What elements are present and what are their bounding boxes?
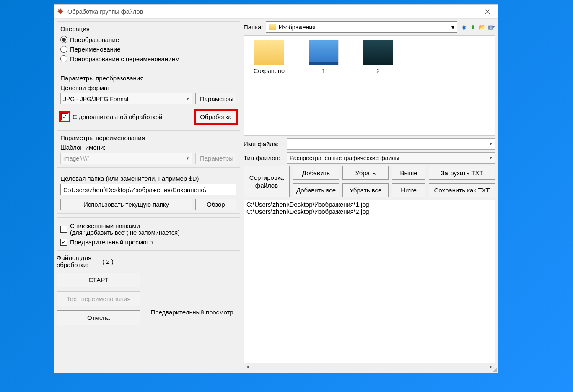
conversion-group: Параметры преобразования Целевой формат:… xyxy=(57,71,240,127)
add-all-button[interactable]: Добавить все xyxy=(293,183,339,197)
titlebar: Обработка группы файлов xyxy=(54,5,498,19)
image-thumbnail xyxy=(309,40,339,65)
browser-item-image[interactable]: 2 xyxy=(361,40,395,131)
view-icon[interactable]: ▦▾ xyxy=(487,23,495,31)
list-buttons: Сортировка файлов Добавить Убрать Выше З… xyxy=(244,166,495,197)
window-title: Обработка группы файлов xyxy=(67,8,143,15)
advanced-processing-label: С дополнительной обработкой xyxy=(73,113,192,120)
cancel-button[interactable]: Отмена xyxy=(57,310,140,325)
use-current-folder-button[interactable]: Использовать текущую папку xyxy=(60,199,192,210)
files-count: ( 2 ) xyxy=(102,258,114,265)
filetype-combo[interactable]: Распространённые графические файлы ▾ xyxy=(287,152,495,164)
chevron-down-icon: ▾ xyxy=(490,141,492,147)
sort-files-button[interactable]: Сортировка файлов xyxy=(244,166,290,197)
scroll-left-icon[interactable]: ◂ xyxy=(244,363,251,370)
move-up-button[interactable]: Выше xyxy=(392,166,425,180)
remove-all-button[interactable]: Убрать все xyxy=(342,183,389,197)
advanced-processing-checkbox[interactable]: ✓ xyxy=(60,112,69,121)
file-browser[interactable]: Сохранено 1 2 xyxy=(244,35,495,136)
name-template-combo: image### ▾ xyxy=(60,153,192,164)
format-params-button[interactable]: Параметры xyxy=(195,93,236,104)
load-txt-button[interactable]: Загрузить TXT xyxy=(429,166,495,180)
processing-button[interactable]: Обработка xyxy=(195,110,236,123)
browse-button[interactable]: Обзор xyxy=(195,199,236,210)
folder-selector-row: Папка: Изображения ▾ ◉ ⬆ 📂 ▦▾ xyxy=(244,21,495,33)
remove-button[interactable]: Убрать xyxy=(342,166,389,180)
list-item[interactable]: C:\Users\zheni\Desktop\Изображения\2.jpg xyxy=(246,208,492,215)
operation-legend: Операция xyxy=(60,25,236,32)
resize-grip[interactable] xyxy=(492,367,497,372)
close-button[interactable] xyxy=(480,6,495,18)
start-button[interactable]: СТАРТ xyxy=(57,273,140,287)
options-group: С вложенными папками (для "Добавить все"… xyxy=(57,217,240,251)
chevron-down-icon: ▾ xyxy=(187,96,189,101)
rename-params-button: Параметры xyxy=(195,153,236,164)
app-icon xyxy=(57,8,64,16)
rename-group: Параметры переименования Шаблон имени: i… xyxy=(57,130,240,168)
chevron-down-icon: ▾ xyxy=(187,156,189,161)
chevron-down-icon: ▾ xyxy=(451,24,454,31)
files-for-label: Файлов для обработки: xyxy=(57,254,96,268)
up-icon[interactable]: ⬆ xyxy=(469,23,477,31)
open-icon[interactable]: 📂 xyxy=(478,23,486,31)
image-thumbnail xyxy=(363,40,393,65)
subfolders-checkbox[interactable]: С вложенными папками (для "Добавить все"… xyxy=(60,221,236,237)
folder-combo[interactable]: Изображения ▾ xyxy=(266,21,457,33)
radio-rename[interactable]: Переименование xyxy=(60,44,236,54)
target-folder-label: Целевая папка (или заменители, например … xyxy=(60,175,236,182)
test-rename-button: Тест переименования xyxy=(57,291,140,306)
rename-legend: Параметры переименования xyxy=(60,134,236,141)
add-button[interactable]: Добавить xyxy=(293,166,339,180)
filename-label: Имя файла: xyxy=(244,140,283,148)
file-list[interactable]: C:\Users\zheni\Desktop\Изображения\1.jpg… xyxy=(244,200,495,370)
filename-combo[interactable]: ▾ xyxy=(287,138,495,150)
browser-item-folder[interactable]: Сохранено xyxy=(252,40,286,131)
preview-area: Предварительный просмотр xyxy=(144,254,240,370)
browser-item-image[interactable]: 1 xyxy=(307,40,340,131)
chevron-down-icon: ▾ xyxy=(490,155,492,161)
target-format-combo[interactable]: JPG - JPG/JPEG Format ▾ xyxy=(60,93,192,104)
list-item[interactable]: C:\Users\zheni\Desktop\Изображения\1.jpg xyxy=(246,201,492,208)
preview-checkbox[interactable]: ✓ Предварительный просмотр xyxy=(60,237,236,247)
template-label: Шаблон имени: xyxy=(60,144,236,151)
target-folder-group: Целевая папка (или заменители, например … xyxy=(57,171,240,214)
target-folder-input[interactable] xyxy=(60,184,236,195)
folder-icon xyxy=(269,24,276,30)
folder-label: Папка: xyxy=(244,23,263,31)
filetype-label: Тип файлов: xyxy=(244,154,283,161)
radio-convert[interactable]: Преобразование xyxy=(60,35,236,44)
batch-dialog: Обработка группы файлов Операция Преобра… xyxy=(54,4,498,373)
horizontal-scrollbar[interactable]: ◂ ▸ xyxy=(244,363,495,370)
move-down-button[interactable]: Ниже xyxy=(392,183,425,197)
back-icon[interactable]: ◉ xyxy=(460,23,467,31)
save-txt-button[interactable]: Сохранить как TXT xyxy=(429,183,495,197)
radio-convert-rename[interactable]: Преобразование с переименованием xyxy=(60,54,236,64)
conversion-legend: Параметры преобразования xyxy=(60,75,236,82)
folder-icon xyxy=(254,40,284,65)
target-format-label: Целевой формат: xyxy=(60,84,236,91)
operation-group: Операция Преобразование Переименование П… xyxy=(57,21,240,67)
